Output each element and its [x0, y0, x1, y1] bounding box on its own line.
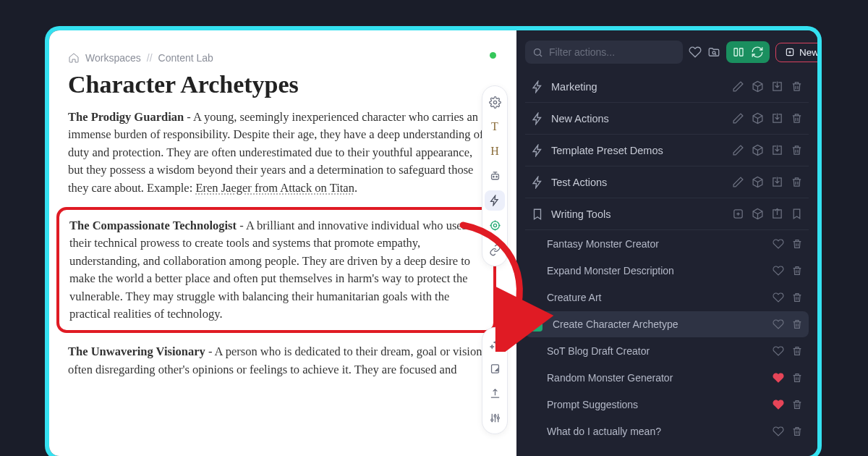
tool-label: Prompt Suggestions: [547, 399, 765, 410]
trash-icon[interactable]: [791, 318, 803, 330]
category-row[interactable]: Test Actions: [525, 166, 809, 198]
category-row[interactable]: Marketing: [525, 71, 809, 103]
columns-icon[interactable]: [731, 44, 746, 60]
play-icon[interactable]: [528, 317, 542, 332]
svg-point-11: [712, 51, 715, 54]
breadcrumb-content-lab[interactable]: Content Lab: [158, 52, 213, 64]
export-icon[interactable]: [771, 208, 783, 220]
heart-icon[interactable]: [773, 238, 784, 250]
heart-icon[interactable]: [773, 426, 784, 437]
trash-icon[interactable]: [791, 80, 803, 93]
cube-icon[interactable]: [752, 208, 764, 220]
trash-icon[interactable]: [791, 426, 803, 437]
tool-label: Create Character Archetype: [553, 318, 765, 330]
tool-item[interactable]: Random Monster Generator: [525, 365, 809, 391]
trash-icon[interactable]: [791, 292, 803, 303]
category-label: New Actions: [551, 113, 725, 124]
edit-icon[interactable]: [732, 112, 744, 124]
lightning-icon[interactable]: [485, 190, 505, 211]
tool-label: Fantasy Monster Creator: [547, 238, 765, 250]
cube-icon[interactable]: [752, 144, 764, 156]
svg-point-10: [535, 48, 541, 55]
svg-point-2: [493, 176, 493, 177]
cube-icon[interactable]: [752, 80, 764, 93]
tool-item[interactable]: Prompt Suggestions: [525, 392, 809, 418]
note-icon[interactable]: [485, 358, 505, 379]
search-field[interactable]: [525, 41, 683, 64]
breadcrumb-workspaces[interactable]: Workspaces: [85, 52, 141, 64]
edit-icon[interactable]: [732, 176, 744, 188]
paragraph-prodigy: The Prodigy Guardian - A young, seemingl…: [68, 109, 490, 197]
heart-icon[interactable]: [773, 265, 784, 276]
tool-item[interactable]: SoT Blog Draft Creator: [525, 338, 809, 364]
format-toolbar: T H: [482, 85, 508, 266]
svg-point-8: [494, 415, 496, 417]
folder-search-icon[interactable]: [707, 43, 720, 62]
heart-icon[interactable]: [773, 372, 784, 384]
add-icon[interactable]: [732, 208, 744, 220]
tool-item[interactable]: Creature Art: [525, 284, 809, 311]
heart-icon[interactable]: [773, 345, 784, 357]
link-icon[interactable]: [485, 240, 505, 260]
gear-icon[interactable]: [485, 92, 505, 112]
import-icon[interactable]: [771, 112, 783, 124]
magic-icon[interactable]: [485, 334, 505, 354]
svg-rect-12: [734, 48, 738, 56]
category-label: Marketing: [551, 81, 725, 93]
trash-icon[interactable]: [791, 112, 803, 124]
robot-icon[interactable]: [485, 166, 505, 186]
svg-rect-13: [740, 48, 744, 56]
target-icon[interactable]: [485, 215, 505, 235]
cube-icon[interactable]: [752, 112, 764, 124]
plus-icon: [785, 47, 795, 57]
edit-icon[interactable]: [732, 80, 744, 93]
tool-label: Random Monster Generator: [547, 372, 765, 384]
category-label: Writing Tools: [551, 208, 725, 220]
trash-icon[interactable]: [791, 372, 803, 384]
sliders-icon[interactable]: [485, 408, 505, 428]
heart-icon[interactable]: [773, 318, 784, 330]
svg-point-7: [490, 418, 493, 421]
trash-icon[interactable]: [791, 399, 803, 410]
heart-icon[interactable]: [773, 399, 784, 410]
tool-item[interactable]: Fantasy Monster Creator: [525, 231, 809, 257]
tool-item[interactable]: What do I actually mean?: [525, 418, 809, 444]
tool-item[interactable]: Create Character Archetype: [525, 311, 809, 337]
page-title: Character Archetypes: [68, 71, 490, 98]
tool-label: Creature Art: [547, 292, 765, 303]
bookmark-icon[interactable]: [791, 208, 803, 220]
favorites-icon[interactable]: [689, 43, 702, 62]
export-icon[interactable]: [485, 383, 505, 403]
layout-group: [726, 41, 770, 63]
svg-point-4: [490, 221, 498, 229]
cube-icon[interactable]: [752, 176, 764, 188]
trash-icon[interactable]: [791, 265, 803, 276]
heading-icon[interactable]: H: [485, 141, 505, 161]
document-pane: Workspaces // Content Lab Character Arch…: [49, 30, 516, 456]
category-row[interactable]: Template Preset Demos: [525, 135, 809, 166]
refresh-icon[interactable]: [749, 44, 765, 60]
category-label: Test Actions: [551, 177, 725, 188]
status-dot: [490, 52, 496, 59]
svg-point-0: [493, 101, 496, 104]
breadcrumb[interactable]: Workspaces // Content Lab: [68, 52, 490, 64]
text-icon[interactable]: T: [485, 117, 505, 137]
edit-icon[interactable]: [732, 144, 744, 156]
tool-label: SoT Blog Draft Creator: [547, 345, 765, 357]
import-icon[interactable]: [771, 176, 783, 188]
trash-icon[interactable]: [791, 238, 803, 250]
new-button[interactable]: New: [775, 43, 817, 62]
category-row[interactable]: New Actions: [525, 103, 809, 135]
search-icon: [532, 47, 543, 58]
import-icon[interactable]: [771, 144, 783, 156]
trash-icon[interactable]: [791, 144, 803, 156]
import-icon[interactable]: [771, 80, 783, 93]
document-body[interactable]: The Prodigy Guardian - A young, seemingl…: [68, 109, 490, 379]
trash-icon[interactable]: [791, 345, 803, 357]
tool-item[interactable]: Expand Monster Description: [525, 258, 809, 284]
trash-icon[interactable]: [791, 176, 803, 188]
category-row[interactable]: Writing Tools: [525, 198, 809, 230]
search-input[interactable]: [549, 46, 676, 58]
category-label: Template Preset Demos: [551, 145, 725, 156]
heart-icon[interactable]: [773, 292, 784, 303]
